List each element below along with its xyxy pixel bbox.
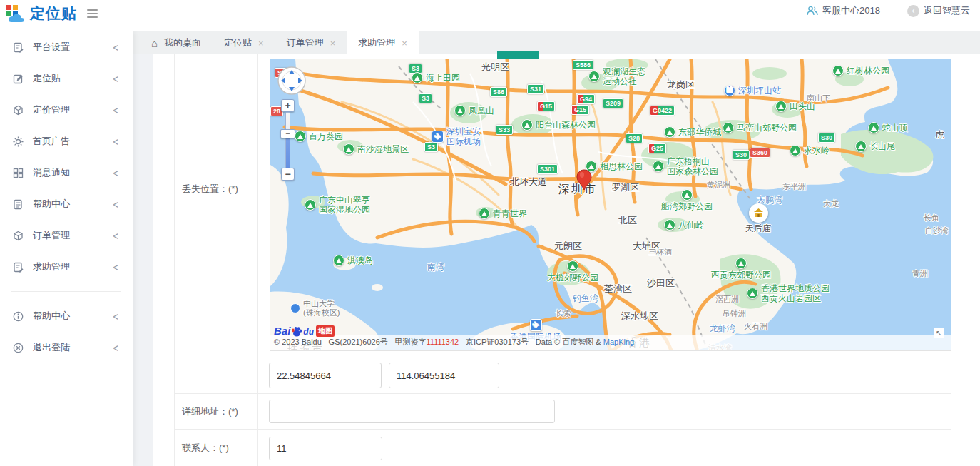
home-icon: ⌂	[151, 38, 158, 49]
poi-label: 广东梧桐山国家森林公园	[667, 156, 718, 177]
baidu-logo-text2: du	[303, 327, 314, 337]
tab-1[interactable]: 定位贴×	[213, 31, 275, 54]
zoom-in-button[interactable]: +	[281, 99, 295, 112]
sidebar-footer-item-1[interactable]: 退出登陆<	[0, 332, 133, 363]
pan-to-origin-button[interactable]: ↖	[934, 328, 944, 338]
address-label: 详细地址：(*)	[182, 405, 238, 418]
zoom-out-button[interactable]: −	[281, 168, 295, 181]
sidebar-item-label: 退出登陆	[33, 341, 70, 354]
chevron-left-icon: <	[113, 198, 118, 211]
users-icon	[807, 6, 818, 16]
poi-label: 红树林公园	[847, 66, 889, 76]
sidebar-item-4[interactable]: 消息通知<	[0, 157, 133, 188]
sidebar-item-0[interactable]: 平台设置<	[0, 31, 133, 63]
temple-icon	[749, 203, 768, 223]
road-shield: S301	[537, 164, 558, 174]
map-poi: 船湾郊野公园	[661, 189, 713, 211]
tab-0[interactable]: ⌂我的桌面	[140, 31, 213, 54]
map-poi: 青青世界	[479, 208, 527, 219]
zoom-slider-handle[interactable]: −	[280, 129, 295, 138]
sidebar-item-5[interactable]: 帮助中心<	[0, 188, 133, 220]
chevron-left-icon: <	[113, 260, 118, 273]
baidu-logo: Bai du 地图	[274, 325, 335, 337]
poi-label: 阳台山森林公园	[536, 120, 596, 130]
park-pin-icon	[653, 161, 664, 172]
park-pin-icon	[479, 208, 490, 219]
back-to-cloud[interactable]: ‹ 返回智慧云	[907, 4, 970, 17]
road-shield: S360	[750, 148, 770, 158]
back-label: 返回智慧云	[924, 4, 970, 17]
sidebar-divider	[11, 291, 121, 292]
poi-label: 凤凰山	[469, 106, 494, 116]
row-divider	[174, 393, 951, 394]
tab-2[interactable]: 订单管理×	[275, 31, 347, 54]
user-menu[interactable]: 客服中心2018	[807, 4, 880, 17]
road-shield: G0422	[650, 106, 675, 116]
map-poi: 马峦山郊野公园	[723, 122, 797, 133]
road-shield: S31	[527, 84, 544, 94]
map-label: 白沙湾	[925, 226, 949, 235]
chevron-left-icon: <	[113, 310, 118, 323]
baidu-logo-text: Bai	[274, 325, 290, 337]
sidebar-item-2[interactable]: 定价管理<	[0, 94, 133, 126]
form-panel: 丢失位置：(*) 详细地址：(*) 联系人：(*)	[153, 54, 980, 466]
map-metro-station: M深圳坪山站	[724, 85, 781, 96]
park-pin-icon	[333, 255, 344, 266]
baidu-map[interactable]: 光明区龙岗区南山下罗湖区北区元朗区大埔区荃湾区沙田区深水埗区三杯酒黄泥洲东平洲大…	[270, 59, 951, 351]
map-label: 北环大道	[510, 176, 547, 188]
park-pin-icon	[454, 105, 466, 116]
sidebar-item-6[interactable]: 订单管理<	[0, 220, 133, 251]
park-pin-icon	[868, 122, 879, 133]
park-pin-icon	[295, 131, 306, 142]
park-pin-icon	[775, 101, 787, 112]
sidebar-item-3[interactable]: 首页广告<	[0, 126, 133, 157]
logo-icon	[6, 4, 26, 23]
map-compass-control[interactable]	[277, 66, 307, 96]
poi-label: 海上田园	[426, 73, 460, 83]
tab-label: 我的桌面	[164, 36, 201, 49]
map-poi: 长山尾	[855, 141, 895, 152]
map-poi: 南沙湿地景区	[343, 143, 409, 155]
road-shield: S209	[603, 98, 623, 108]
poi-label: 淇澳岛	[347, 255, 373, 265]
park-pin-icon	[735, 258, 747, 269]
map-attribution: © 2023 Baidu - GS(2021)6026号 - 甲测资字11111…	[270, 335, 951, 350]
station-label: 深圳坪山站	[738, 86, 781, 96]
map-airport: ✈深圳宝安国际机场	[432, 126, 481, 147]
close-tab-icon[interactable]: ×	[402, 38, 407, 49]
location-marker-pin[interactable]	[576, 169, 592, 191]
sidebar-item-1[interactable]: 定位贴<	[0, 63, 133, 94]
poi-label: 求水岭	[804, 146, 830, 156]
park-pin-icon	[588, 71, 600, 82]
map-poi: 海上田园	[412, 72, 460, 83]
contact-label: 联系人：(*)	[182, 442, 229, 455]
airport-label: 深圳宝安国际机场	[446, 126, 481, 147]
map-label: 沙田区	[647, 278, 675, 289]
close-tab-icon[interactable]: ×	[330, 38, 336, 49]
map-label: 青洲	[912, 269, 928, 278]
park-pin-icon	[521, 119, 533, 131]
campus-label: 中山大学(珠海校区)	[303, 299, 340, 318]
app-logo: 定位贴	[6, 4, 77, 24]
close-tab-icon[interactable]: ×	[258, 38, 264, 49]
map-label: 滘西洲	[715, 295, 739, 304]
park-pin-icon	[855, 141, 867, 152]
address-input[interactable]	[269, 400, 555, 423]
map-label: 荃湾区	[604, 283, 632, 295]
info-icon	[13, 311, 24, 322]
tab-3[interactable]: 求助管理×	[347, 31, 419, 54]
contact-input[interactable]	[269, 437, 382, 460]
attribution-segment: 百度智图	[562, 338, 593, 346]
latitude-input[interactable]	[269, 363, 382, 388]
map-label: 元朗区	[554, 240, 582, 252]
sidebar-item-7[interactable]: 求助管理<	[0, 251, 133, 283]
metro-icon: M	[724, 85, 735, 96]
longitude-input[interactable]	[389, 363, 499, 388]
sidebar-toggle-icon[interactable]	[87, 9, 98, 18]
map-label: 长索	[556, 309, 571, 318]
map-label: 龙虾湾	[710, 323, 735, 333]
road-shield: G25	[648, 143, 666, 153]
map-poi: 观澜湖生态运动公社	[588, 66, 645, 87]
sidebar-footer-item-0[interactable]: 帮助中心<	[0, 300, 133, 332]
map-label: 深水埗区	[621, 310, 658, 322]
